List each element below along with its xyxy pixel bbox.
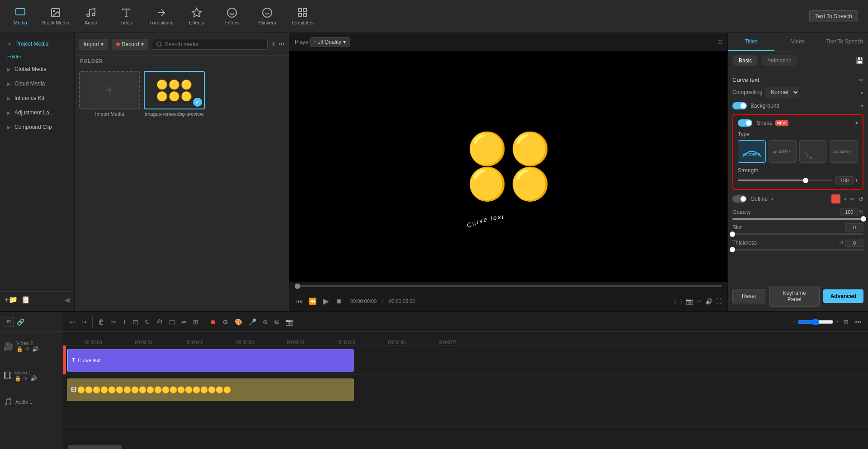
- mask-btn[interactable]: ◫: [167, 317, 177, 327]
- speed-btn[interactable]: ⏱: [155, 317, 165, 327]
- add-track-btn[interactable]: ⊞: [4, 317, 14, 326]
- more-tools-btn[interactable]: ⊞: [191, 317, 200, 327]
- toolbar-transitions[interactable]: Transitions: [146, 3, 177, 30]
- sidebar-item-global-media[interactable]: ▶ Global Media: [2, 62, 72, 76]
- opacity-slider[interactable]: [732, 218, 863, 220]
- snapshot-icon[interactable]: 📷: [686, 298, 693, 305]
- toolbar-templates[interactable]: Templates: [287, 3, 318, 30]
- background-expand-icon[interactable]: ▾: [861, 103, 863, 109]
- shape-type-arch[interactable]: ABCDEFG: [738, 140, 766, 163]
- timeline-settings-btn[interactable]: ⊞: [841, 317, 850, 327]
- media-clip-item[interactable]: 🟡 🟡 🟡 🟡 🟡 🟡 ✓ images-removebg-preview: [144, 71, 205, 307]
- thickness-reset-icon[interactable]: ↺: [839, 240, 844, 246]
- sidebar-item-cloud-media[interactable]: ▶ Cloud Media: [2, 77, 72, 90]
- add-item-btn[interactable]: 📋: [21, 295, 30, 304]
- settings-btn[interactable]: ⚙: [221, 317, 230, 327]
- filter-icon[interactable]: ⊞: [271, 41, 276, 47]
- opacity-thumb[interactable]: [861, 216, 866, 222]
- zoom-slider-input[interactable]: [797, 318, 834, 326]
- more-timeline-btn[interactable]: •••: [853, 317, 863, 327]
- quality-select[interactable]: Full Quality ▾: [310, 37, 350, 47]
- strength-stepper[interactable]: ⬆: [854, 178, 858, 183]
- clip-curve-text[interactable]: T Curve text: [67, 349, 354, 372]
- add-folder-btn[interactable]: +📁: [5, 295, 18, 304]
- save-preset-icon[interactable]: 💾: [856, 57, 863, 64]
- clip-thumb[interactable]: 🟡 🟡 🟡 🟡 🟡 🟡 ✓: [144, 71, 205, 109]
- undo-btn[interactable]: ↩: [68, 317, 77, 327]
- toolbar-media[interactable]: Media: [5, 3, 36, 30]
- thickness-thumb[interactable]: [730, 247, 735, 252]
- outline-color-swatch[interactable]: [831, 194, 840, 203]
- blur-thumb[interactable]: [730, 232, 735, 237]
- frame-back-btn[interactable]: ⏪: [307, 296, 318, 306]
- text-btn[interactable]: T: [121, 317, 128, 327]
- record-button[interactable]: Record ▾: [112, 39, 148, 50]
- search-input[interactable]: [165, 41, 264, 47]
- delete-btn[interactable]: 🗑: [96, 317, 106, 327]
- shape-toggle[interactable]: [738, 119, 752, 127]
- link-tracks-btn[interactable]: 🔗: [17, 318, 24, 326]
- strength-slider[interactable]: [738, 180, 832, 181]
- in-point-icon[interactable]: ⟨: [674, 298, 676, 305]
- shape-type-circle[interactable]: ABCDE: [799, 140, 827, 163]
- fullscreen-icon[interactable]: ⛶: [716, 298, 722, 305]
- sidebar-item-influence-kit[interactable]: ▶ Influence Kit: [2, 91, 72, 105]
- sidebar-item-adjustment-layer[interactable]: ▶ Adjustment La...: [2, 106, 72, 119]
- import-button[interactable]: Import ▾: [79, 39, 108, 50]
- eye-icon2[interactable]: 👁: [23, 375, 28, 382]
- tts-toolbar-btn[interactable]: Text To Speech: [809, 10, 858, 22]
- toolbar-effects[interactable]: Effects: [181, 3, 212, 30]
- pip-btn[interactable]: ⧉: [273, 316, 281, 327]
- color-btn[interactable]: 🎨: [233, 317, 244, 327]
- toolbar-stock-media[interactable]: Stock Media: [40, 3, 71, 30]
- more-icon[interactable]: •••: [278, 41, 284, 47]
- preview-progress-bar[interactable]: [295, 285, 722, 287]
- outline-reset-icon[interactable]: ↺: [859, 196, 863, 203]
- sub-tab-animation[interactable]: Animation: [761, 55, 797, 66]
- collapse-sidebar-btn[interactable]: ◀: [65, 296, 70, 303]
- keyframe-panel-button[interactable]: Keyframe Panel: [769, 286, 819, 307]
- toolbar-audio[interactable]: Audio: [75, 3, 107, 30]
- outline-color-expand[interactable]: ▾: [844, 197, 846, 202]
- tab-tts[interactable]: Text To Speech: [821, 33, 868, 51]
- lock-icon[interactable]: 🔒: [16, 346, 23, 352]
- compositing-select[interactable]: Normal: [765, 87, 799, 98]
- rec-btn[interactable]: ⏺: [208, 317, 218, 327]
- sidebar-folder[interactable]: Folder: [0, 51, 74, 62]
- sidebar-item-compound-clip[interactable]: ▶ Compound Clip: [2, 120, 72, 134]
- outline-expand-icon[interactable]: ▾: [771, 197, 774, 202]
- skip-back-btn[interactable]: ⏮: [295, 296, 304, 306]
- out-point-icon[interactable]: ⟩: [680, 298, 682, 305]
- volume-icon[interactable]: 🔊: [705, 298, 712, 305]
- rotate-btn[interactable]: ↻: [143, 317, 152, 327]
- mic-btn[interactable]: 🎤: [247, 317, 258, 327]
- sidebar-item-project-media[interactable]: ▼ Project Media: [2, 37, 72, 51]
- camera-btn[interactable]: 📷: [283, 317, 295, 327]
- import-media-item[interactable]: + Import Media: [79, 71, 140, 307]
- clip-images[interactable]: 🎞 🟡🟡🟡🟡🟡🟡🟡🟡🟡🟡🟡🟡🟡🟡🟡🟡🟡🟡🟡🟡: [67, 378, 354, 401]
- shape-expand-icon[interactable]: ▾: [855, 120, 858, 126]
- merge-btn[interactable]: ⊕: [261, 317, 270, 327]
- blur-slider[interactable]: [732, 233, 863, 235]
- shape-type-straight[interactable]: ABCDEFGH: [830, 140, 858, 163]
- progress-thumb[interactable]: [295, 284, 300, 289]
- expand-icon[interactable]: ⊡: [717, 39, 722, 45]
- advanced-button[interactable]: Advanced: [823, 289, 863, 303]
- outline-edit-icon[interactable]: ✏: [850, 196, 855, 203]
- import-thumb[interactable]: +: [79, 71, 140, 109]
- reset-button[interactable]: Reset: [732, 289, 765, 303]
- toolbar-stickers[interactable]: Stickers: [251, 3, 283, 30]
- split-icon[interactable]: ✂: [697, 298, 702, 305]
- audio-icon[interactable]: 🔊: [32, 346, 39, 352]
- tab-video[interactable]: Video: [774, 33, 821, 51]
- zoom-in-icon[interactable]: +: [835, 319, 839, 325]
- strength-slider-thumb[interactable]: [803, 178, 808, 183]
- tab-titles[interactable]: Titles: [728, 33, 774, 51]
- thickness-slider[interactable]: [732, 249, 863, 250]
- stop-btn[interactable]: ⏹: [334, 296, 343, 306]
- play-btn[interactable]: ▶: [321, 295, 330, 307]
- cut-btn[interactable]: ✂: [109, 317, 118, 327]
- outline-toggle[interactable]: [732, 195, 747, 203]
- scrollbar-thumb[interactable]: [68, 445, 122, 449]
- redo-btn[interactable]: ↪: [80, 317, 89, 327]
